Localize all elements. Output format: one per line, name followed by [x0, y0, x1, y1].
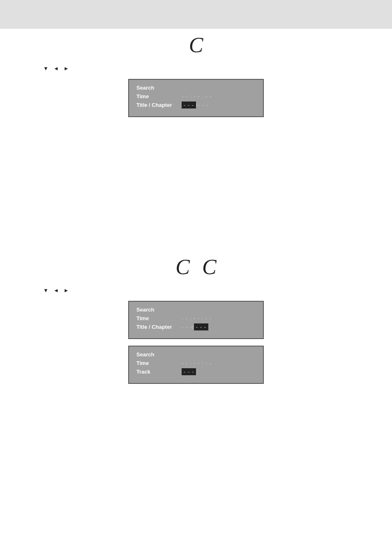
panel-1-titlechap-dark: - - - [182, 102, 196, 108]
arrows-row-2: ▼ ◄ ► [43, 287, 392, 293]
panel-1-time-value: - - : - - : - - [182, 93, 212, 99]
logo-c-2a: C [175, 255, 190, 279]
panel-container-2a: Search Time - - : - - : - - Title / Chap… [128, 301, 264, 339]
panel-2b-time-row: Time - - : - - : - - [136, 360, 256, 366]
panel-2a-time-row: Time - - : - - : - - [136, 315, 256, 321]
panel-1-titlechap-light: - - - [198, 102, 208, 108]
panel-2b-track-dark: - - - [182, 368, 196, 375]
panel-1-time-label: Time [136, 93, 182, 99]
panel-1-titlechap-label: Title / Chapter [136, 102, 182, 108]
panel-2b-track-label: Track [136, 369, 182, 375]
logo-c-2b: C [202, 255, 217, 279]
panel-container-2b: Search Time - - : - - : - - Track - - - [128, 346, 264, 384]
panel-2a-time-label: Time [136, 315, 182, 321]
arrow-right-1[interactable]: ► [64, 65, 69, 72]
panel-1-title: Search [136, 85, 256, 91]
panel-2b-title: Search [136, 351, 256, 358]
panel-2a-titlechap-row: Title / Chapter - - - / - - - [136, 323, 256, 330]
panel-1-time-row: Time - - : - - : - - [136, 93, 256, 99]
logo-c-1: C [189, 33, 203, 57]
top-bar [0, 0, 392, 29]
panel-2b-track-row: Track - - - [136, 368, 256, 375]
arrows-row-1: ▼ ◄ ► [43, 65, 392, 72]
section-bottom: C C ▼ ◄ ► Search Time - - : - - : - - Ti… [0, 255, 392, 384]
arrow-down-1[interactable]: ▼ [43, 65, 48, 72]
panel-2a-titlechap-label: Title / Chapter [136, 324, 182, 330]
search-panel-2b: Search Time - - : - - : - - Track - - - [128, 346, 264, 384]
search-panel-1: Search Time - - : - - : - - Title / Chap… [128, 79, 264, 117]
arrow-left-1[interactable]: ◄ [53, 65, 59, 72]
panel-2b-time-label: Time [136, 360, 182, 366]
panel-2a-time-value: - - : - - : - - [182, 315, 212, 321]
section-top: C ▼ ◄ ► Search Time - - : - - : - - Titl… [0, 33, 392, 117]
panel-1-title-row: Title / Chapter - - - / - - - [136, 102, 256, 108]
arrow-left-2[interactable]: ◄ [53, 287, 59, 293]
logo-row-1: C [0, 33, 392, 57]
panel-2a-titlechap-dark: - - - [194, 323, 208, 330]
search-panel-2a: Search Time - - : - - : - - Title / Chap… [128, 301, 264, 339]
panels-col: Search Time - - : - - : - - Title / Chap… [0, 301, 392, 384]
arrow-right-2[interactable]: ► [64, 287, 69, 293]
arrow-down-2[interactable]: ▼ [43, 287, 48, 293]
panel-container-1: Search Time - - : - - : - - Title / Chap… [0, 79, 392, 117]
panel-2a-titlechap-light: - - - [182, 324, 192, 330]
panel-2a-title: Search [136, 307, 256, 313]
logo-row-2: C C [0, 255, 392, 279]
panel-2b-time-value: - - : - - : - - [182, 360, 212, 366]
